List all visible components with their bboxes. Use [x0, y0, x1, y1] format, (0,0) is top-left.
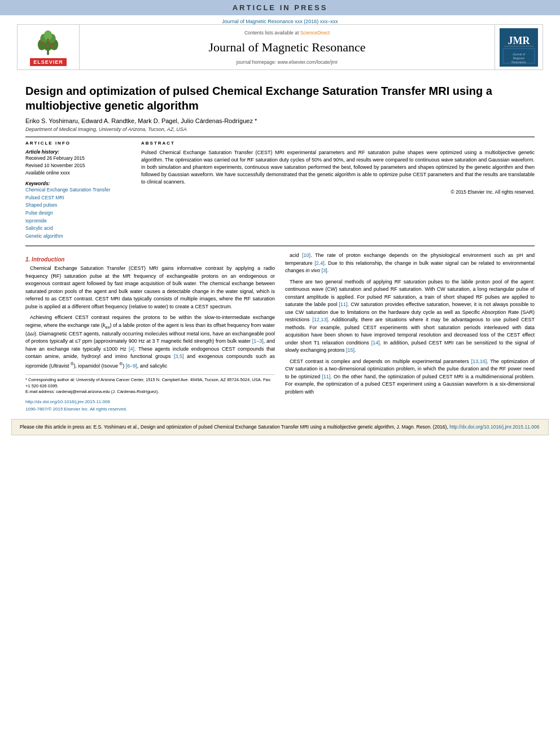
jmr-logo-area: JMR Journal of Magnetic Resonance — [495, 25, 542, 69]
citation-doi-link[interactable]: http://dx.doi.org/10.1016/j.jmr.2015.11.… — [449, 424, 539, 430]
introduction-body: Chemical Exchange Saturation Transfer (C… — [25, 265, 275, 370]
footnote-email: E-mail address: cardenaj@email.arizona.e… — [25, 389, 275, 395]
abstract-copyright: © 2015 Elsevier Inc. All rights reserved… — [141, 189, 535, 195]
body-right-column: acid [10]. The rate of proton exchange d… — [285, 252, 535, 413]
footnotes-area: * Corresponding author at: University of… — [25, 374, 275, 395]
article-title: Design and optimization of pulsed Chemic… — [25, 84, 535, 113]
divider-1 — [25, 137, 535, 137]
svg-point-8 — [53, 42, 55, 45]
main-content: Design and optimization of pulsed Chemic… — [0, 70, 560, 419]
abstract-column: ABSTRACT Pulsed Chemical Exchange Satura… — [141, 141, 535, 240]
jmr-logo-icon: JMR Journal of Magnetic Resonance — [500, 28, 538, 67]
footnote-star: * Corresponding author at: University of… — [25, 377, 275, 389]
svg-text:Resonance: Resonance — [511, 60, 526, 64]
journal-masthead: ELSEVIER Contents lists available at Sci… — [17, 24, 543, 70]
svg-point-9 — [47, 38, 50, 41]
article-info-column: ARTICLE INFO Article history: Received 2… — [25, 141, 130, 240]
keyword-list: Chemical Exchange Saturation Transfer Pu… — [25, 186, 130, 240]
journal-title: Journal of Magnetic Resonance — [209, 40, 366, 55]
sciencedirect-link[interactable]: ScienceDirect — [300, 30, 330, 36]
article-history: Article history: Received 26 February 20… — [25, 149, 130, 176]
citation-bar: Please cite this article in press as: E.… — [11, 419, 549, 436]
masthead-center: Contents lists available at ScienceDirec… — [80, 25, 495, 69]
journal-url: Journal of Magnetic Resonance xxx (2016)… — [222, 19, 338, 24]
doi-link-1[interactable]: http://dx.doi.org/10.1016/j.jmr.2015.11.… — [25, 399, 275, 406]
contents-line: Contents lists available at ScienceDirec… — [244, 30, 330, 36]
article-info-label: ARTICLE INFO — [25, 141, 130, 146]
abstract-text: Pulsed Chemical Exchange Saturation Tran… — [141, 149, 535, 186]
authors: Eriko S. Yoshimaru, Edward A. Randtke, M… — [25, 117, 535, 124]
svg-text:Journal of: Journal of — [513, 53, 526, 56]
svg-point-10 — [45, 45, 47, 47]
svg-point-7 — [42, 42, 45, 44]
body-left-column: 1. Introduction Chemical Exchange Satura… — [25, 252, 275, 413]
article-info-abstract: ARTICLE INFO Article history: Received 2… — [25, 141, 535, 240]
elsevier-label: ELSEVIER — [30, 58, 67, 66]
copyright-line: 1090-7807/© 2015 Elsevier Inc. All right… — [25, 406, 275, 413]
abstract-label: ABSTRACT — [141, 141, 535, 146]
elsevier-tree-icon — [31, 28, 65, 56]
article-in-press-banner: ARTICLE IN PRESS — [0, 0, 560, 15]
body-content: 1. Introduction Chemical Exchange Satura… — [25, 252, 535, 413]
svg-text:JMR: JMR — [508, 35, 531, 46]
keywords-section: Keywords: Chemical Exchange Saturation T… — [25, 181, 130, 240]
introduction-heading: 1. Introduction — [25, 256, 275, 263]
homepage-line: journal homepage: www.elsevier.com/locat… — [237, 59, 338, 65]
doi-links: http://dx.doi.org/10.1016/j.jmr.2015.11.… — [25, 399, 275, 413]
right-column-body: acid [10]. The rate of proton exchange d… — [285, 252, 535, 396]
divider-2 — [25, 246, 535, 246]
affiliation: Department of Medical Imaging, Universit… — [25, 126, 535, 132]
svg-point-11 — [50, 46, 52, 47]
elsevier-logo-area: ELSEVIER — [18, 25, 80, 69]
svg-text:Magnetic: Magnetic — [513, 56, 525, 60]
